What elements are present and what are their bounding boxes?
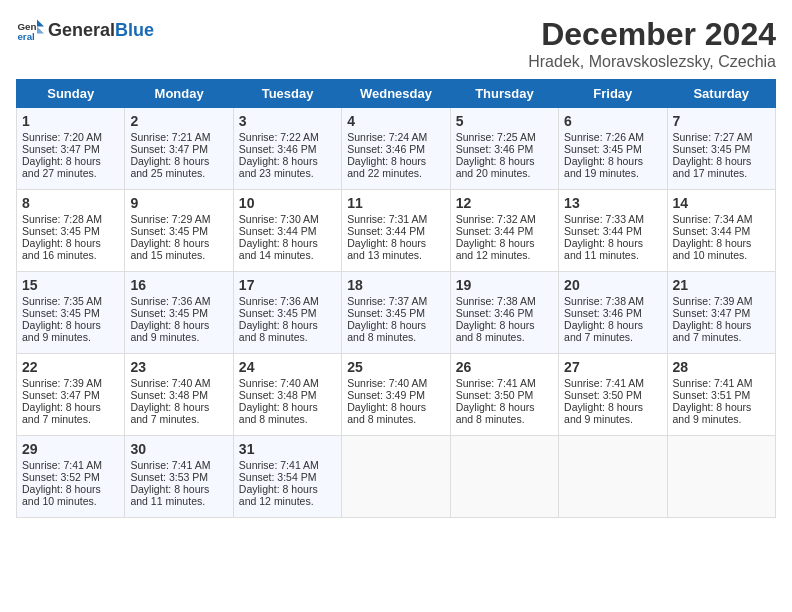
calendar-week-row: 29Sunrise: 7:41 AMSunset: 3:52 PMDayligh… [17, 436, 776, 518]
daylight-text: Daylight: 8 hours and 25 minutes. [130, 155, 209, 179]
sunset-text: Sunset: 3:45 PM [22, 225, 100, 237]
day-number: 28 [673, 359, 770, 375]
sunrise-text: Sunrise: 7:38 AM [456, 295, 536, 307]
sunrise-text: Sunrise: 7:38 AM [564, 295, 644, 307]
daylight-text: Daylight: 8 hours and 8 minutes. [347, 319, 426, 343]
daylight-text: Daylight: 8 hours and 9 minutes. [22, 319, 101, 343]
sunrise-text: Sunrise: 7:39 AM [22, 377, 102, 389]
sunrise-text: Sunrise: 7:41 AM [456, 377, 536, 389]
header-thursday: Thursday [450, 80, 558, 108]
day-number: 18 [347, 277, 444, 293]
sunset-text: Sunset: 3:47 PM [22, 389, 100, 401]
daylight-text: Daylight: 8 hours and 22 minutes. [347, 155, 426, 179]
day-number: 19 [456, 277, 553, 293]
sunrise-text: Sunrise: 7:40 AM [239, 377, 319, 389]
sub-title: Hradek, Moravskoslezsky, Czechia [528, 53, 776, 71]
sunrise-text: Sunrise: 7:37 AM [347, 295, 427, 307]
calendar-day-cell: 31Sunrise: 7:41 AMSunset: 3:54 PMDayligh… [233, 436, 341, 518]
sunset-text: Sunset: 3:45 PM [564, 143, 642, 155]
daylight-text: Daylight: 8 hours and 20 minutes. [456, 155, 535, 179]
header-monday: Monday [125, 80, 233, 108]
daylight-text: Daylight: 8 hours and 16 minutes. [22, 237, 101, 261]
calendar-day-cell: 9Sunrise: 7:29 AMSunset: 3:45 PMDaylight… [125, 190, 233, 272]
calendar-day-cell: 1Sunrise: 7:20 AMSunset: 3:47 PMDaylight… [17, 108, 125, 190]
calendar-day-cell: 4Sunrise: 7:24 AMSunset: 3:46 PMDaylight… [342, 108, 450, 190]
calendar-week-row: 22Sunrise: 7:39 AMSunset: 3:47 PMDayligh… [17, 354, 776, 436]
sunrise-text: Sunrise: 7:41 AM [22, 459, 102, 471]
sunset-text: Sunset: 3:45 PM [130, 225, 208, 237]
day-number: 5 [456, 113, 553, 129]
calendar-day-cell: 24Sunrise: 7:40 AMSunset: 3:48 PMDayligh… [233, 354, 341, 436]
calendar-table: Sunday Monday Tuesday Wednesday Thursday… [16, 79, 776, 518]
sunrise-text: Sunrise: 7:25 AM [456, 131, 536, 143]
sunset-text: Sunset: 3:46 PM [347, 143, 425, 155]
daylight-text: Daylight: 8 hours and 8 minutes. [456, 401, 535, 425]
calendar-day-cell: 22Sunrise: 7:39 AMSunset: 3:47 PMDayligh… [17, 354, 125, 436]
day-number: 17 [239, 277, 336, 293]
sunset-text: Sunset: 3:47 PM [130, 143, 208, 155]
logo: Gen eral GeneralBlue [16, 16, 154, 44]
day-number: 11 [347, 195, 444, 211]
daylight-text: Daylight: 8 hours and 27 minutes. [22, 155, 101, 179]
header-tuesday: Tuesday [233, 80, 341, 108]
sunrise-text: Sunrise: 7:41 AM [564, 377, 644, 389]
sunset-text: Sunset: 3:44 PM [673, 225, 751, 237]
day-number: 26 [456, 359, 553, 375]
sunrise-text: Sunrise: 7:40 AM [347, 377, 427, 389]
calendar-day-cell: 8Sunrise: 7:28 AMSunset: 3:45 PMDaylight… [17, 190, 125, 272]
sunset-text: Sunset: 3:46 PM [456, 143, 534, 155]
sunset-text: Sunset: 3:54 PM [239, 471, 317, 483]
day-number: 27 [564, 359, 661, 375]
sunset-text: Sunset: 3:46 PM [564, 307, 642, 319]
svg-marker-2 [37, 20, 44, 27]
day-number: 15 [22, 277, 119, 293]
daylight-text: Daylight: 8 hours and 8 minutes. [456, 319, 535, 343]
calendar-day-cell: 3Sunrise: 7:22 AMSunset: 3:46 PMDaylight… [233, 108, 341, 190]
daylight-text: Daylight: 8 hours and 14 minutes. [239, 237, 318, 261]
header-sunday: Sunday [17, 80, 125, 108]
day-number: 22 [22, 359, 119, 375]
daylight-text: Daylight: 8 hours and 9 minutes. [130, 319, 209, 343]
sunset-text: Sunset: 3:53 PM [130, 471, 208, 483]
header-wednesday: Wednesday [342, 80, 450, 108]
sunrise-text: Sunrise: 7:31 AM [347, 213, 427, 225]
calendar-day-cell: 7Sunrise: 7:27 AMSunset: 3:45 PMDaylight… [667, 108, 775, 190]
sunset-text: Sunset: 3:50 PM [564, 389, 642, 401]
title-area: December 2024 Hradek, Moravskoslezsky, C… [528, 16, 776, 71]
calendar-day-cell: 15Sunrise: 7:35 AMSunset: 3:45 PMDayligh… [17, 272, 125, 354]
calendar-day-cell: 11Sunrise: 7:31 AMSunset: 3:44 PMDayligh… [342, 190, 450, 272]
day-number: 2 [130, 113, 227, 129]
sunrise-text: Sunrise: 7:26 AM [564, 131, 644, 143]
daylight-text: Daylight: 8 hours and 8 minutes. [239, 401, 318, 425]
calendar-day-cell: 27Sunrise: 7:41 AMSunset: 3:50 PMDayligh… [559, 354, 667, 436]
daylight-text: Daylight: 8 hours and 7 minutes. [673, 319, 752, 343]
sunrise-text: Sunrise: 7:41 AM [130, 459, 210, 471]
logo-icon: Gen eral [16, 16, 44, 44]
day-number: 12 [456, 195, 553, 211]
sunset-text: Sunset: 3:50 PM [456, 389, 534, 401]
sunset-text: Sunset: 3:49 PM [347, 389, 425, 401]
sunrise-text: Sunrise: 7:24 AM [347, 131, 427, 143]
sunset-text: Sunset: 3:45 PM [239, 307, 317, 319]
sunrise-text: Sunrise: 7:36 AM [130, 295, 210, 307]
day-number: 3 [239, 113, 336, 129]
day-number: 10 [239, 195, 336, 211]
svg-text:eral: eral [17, 31, 35, 42]
sunrise-text: Sunrise: 7:35 AM [22, 295, 102, 307]
daylight-text: Daylight: 8 hours and 9 minutes. [673, 401, 752, 425]
sunset-text: Sunset: 3:44 PM [456, 225, 534, 237]
calendar-day-cell: 12Sunrise: 7:32 AMSunset: 3:44 PMDayligh… [450, 190, 558, 272]
page-header: Gen eral GeneralBlue December 2024 Hrade… [16, 16, 776, 71]
daylight-text: Daylight: 8 hours and 15 minutes. [130, 237, 209, 261]
daylight-text: Daylight: 8 hours and 10 minutes. [673, 237, 752, 261]
sunrise-text: Sunrise: 7:40 AM [130, 377, 210, 389]
day-number: 29 [22, 441, 119, 457]
sunrise-text: Sunrise: 7:20 AM [22, 131, 102, 143]
sunrise-text: Sunrise: 7:32 AM [456, 213, 536, 225]
day-number: 31 [239, 441, 336, 457]
calendar-day-cell: 14Sunrise: 7:34 AMSunset: 3:44 PMDayligh… [667, 190, 775, 272]
calendar-day-cell: 30Sunrise: 7:41 AMSunset: 3:53 PMDayligh… [125, 436, 233, 518]
day-number: 25 [347, 359, 444, 375]
sunrise-text: Sunrise: 7:30 AM [239, 213, 319, 225]
day-number: 23 [130, 359, 227, 375]
